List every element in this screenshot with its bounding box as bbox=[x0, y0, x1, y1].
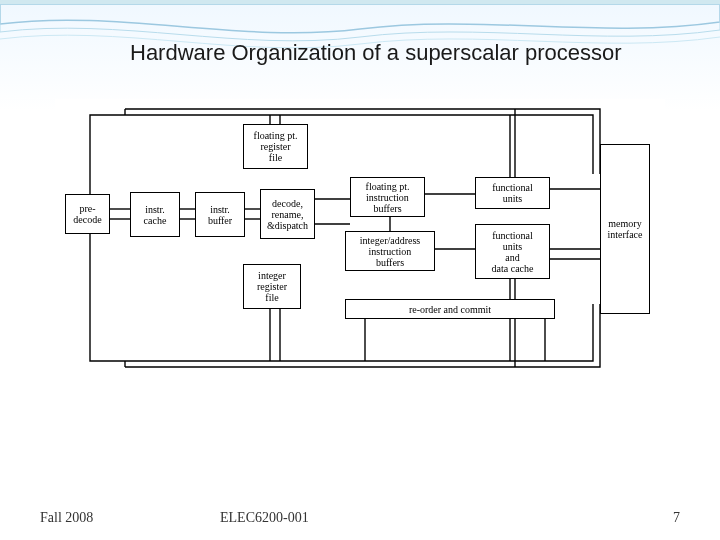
block-memory-interface: memoryinterface bbox=[600, 144, 650, 314]
block-instr-buffer: instr.buffer bbox=[195, 192, 245, 237]
slide-title: Hardware Organization of a superscalar p… bbox=[130, 40, 622, 66]
block-int-inst-buffers: integer/addressinstructionbuffers bbox=[345, 231, 435, 271]
block-predecode: pre-decode bbox=[65, 194, 110, 234]
footer-date: Fall 2008 bbox=[40, 510, 93, 526]
superscalar-diagram: pre-decode instr.cache instr.buffer deco… bbox=[55, 99, 665, 379]
block-functional-units-datacache: functionalunitsanddata cache bbox=[475, 224, 550, 279]
block-reorder-commit: re-order and commit bbox=[345, 299, 555, 319]
block-fp-regfile: floating pt.registerfile bbox=[243, 124, 308, 169]
block-instr-cache: instr.cache bbox=[130, 192, 180, 237]
footer-course: ELEC6200-001 bbox=[220, 510, 309, 526]
block-int-regfile: integerregisterfile bbox=[243, 264, 301, 309]
block-functional-units: functionalunits bbox=[475, 177, 550, 209]
block-dispatch: decode,rename,&dispatch bbox=[260, 189, 315, 239]
block-fp-inst-buffers: floating pt.instructionbuffers bbox=[350, 177, 425, 217]
page-number: 7 bbox=[673, 510, 680, 526]
slide: Hardware Organization of a superscalar p… bbox=[0, 0, 720, 540]
